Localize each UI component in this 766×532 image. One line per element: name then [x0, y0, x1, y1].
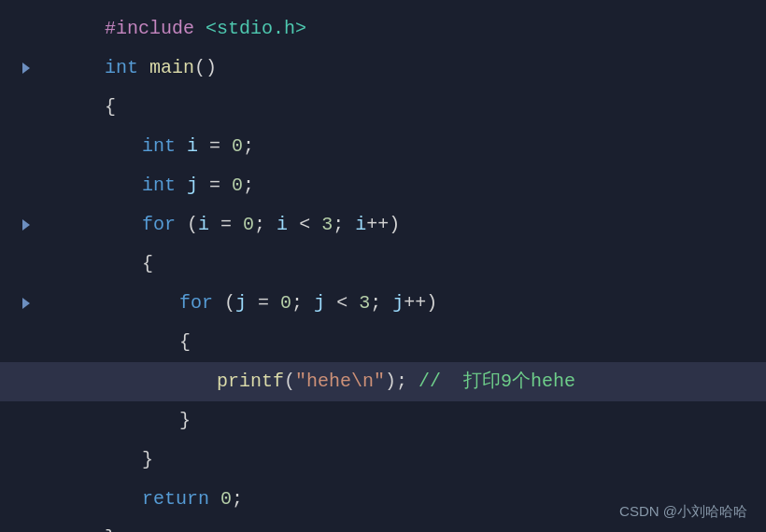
code-editor: #include <stdio.h> int main() { int i = … [0, 0, 766, 532]
bracket-indicator [22, 219, 30, 231]
bracket-indicator [22, 63, 30, 74]
gutter-8 [9, 298, 37, 309]
token: } [105, 527, 116, 532]
bracket-indicator [22, 298, 30, 309]
code-line-14: } [0, 519, 766, 532]
gutter-2 [9, 63, 37, 74]
watermark: CSDN @小刘哈哈哈 [619, 503, 747, 521]
gutter-6 [9, 219, 37, 231]
